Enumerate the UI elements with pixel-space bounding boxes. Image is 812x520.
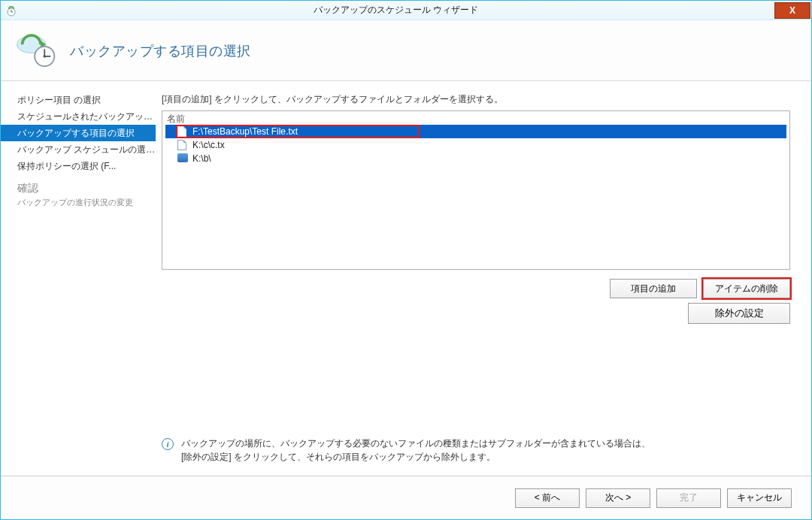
instruction-text: [項目の追加] をクリックして、バックアップするファイルとフォルダーを選択する。 bbox=[162, 93, 790, 106]
step-select-items[interactable]: バックアップする項目の選択 bbox=[1, 125, 156, 141]
info-block: i バックアップの場所に、バックアップする必要のないファイルの種類またはサブフォ… bbox=[162, 437, 790, 464]
step-policy-items[interactable]: ポリシー項目 の選択 bbox=[1, 92, 156, 108]
wizard-window: バックアップのスケジュール ウィザード X バックアップする項目の選択 ポリシー… bbox=[0, 0, 812, 520]
list-row-selected[interactable]: F:\TestBackup\Test File.txt bbox=[165, 125, 786, 138]
list-body: F:\TestBackup\Test File.txt K:\c\c.tx K:… bbox=[165, 125, 786, 266]
close-button[interactable]: X bbox=[774, 2, 810, 19]
window-title: バックアップのスケジュール ウィザード bbox=[17, 4, 774, 17]
wizard-header: バックアップする項目の選択 bbox=[1, 21, 811, 81]
list-row-path: K:\c\c.tx bbox=[192, 140, 225, 150]
list-row[interactable]: K:\c\c.tx bbox=[165, 138, 786, 152]
info-text: バックアップの場所に、バックアップする必要のないファイルの種類またはサブフォルダ… bbox=[181, 437, 650, 464]
add-items-button[interactable]: 項目の追加 bbox=[610, 279, 697, 298]
mid-area: ポリシー項目 の選択 スケジュールされたバックアップを... バックアップする項… bbox=[1, 81, 811, 476]
cancel-button[interactable]: キャンセル bbox=[727, 488, 792, 508]
wizard-steps-sidebar: ポリシー項目 の選択 スケジュールされたバックアップを... バックアップする項… bbox=[1, 81, 156, 476]
remove-items-button[interactable]: アイテムの削除 bbox=[703, 279, 790, 298]
file-icon bbox=[177, 126, 189, 137]
server-icon bbox=[177, 153, 189, 164]
list-row[interactable]: K:\b\ bbox=[165, 152, 786, 165]
step-confirm-group: 確認 バックアップの進行状況の変更 bbox=[1, 182, 156, 208]
step-scheduled-backup[interactable]: スケジュールされたバックアップを... bbox=[1, 108, 156, 125]
titlebar: バックアップのスケジュール ウィザード X bbox=[1, 1, 811, 20]
content-area: [項目の追加] をクリックして、バックアップするファイルとフォルダーを選択する。… bbox=[156, 81, 811, 476]
list-row-path: F:\TestBackup\Test File.txt bbox=[192, 126, 298, 137]
window-body: バックアップする項目の選択 ポリシー項目 の選択 スケジュールされたバックアップ… bbox=[1, 20, 811, 519]
item-buttons-row: 項目の追加 アイテムの削除 bbox=[162, 279, 790, 298]
finish-button: 完了 bbox=[656, 488, 721, 508]
back-button[interactable]: < 前へ bbox=[515, 488, 580, 508]
info-icon: i bbox=[162, 438, 174, 450]
items-list[interactable]: 名前 F:\TestBackup\Test File.txt K:\c\c.tx bbox=[162, 110, 790, 270]
page-title: バックアップする項目の選択 bbox=[70, 42, 251, 60]
info-line-1: バックアップの場所に、バックアップする必要のないファイルの種類またはサブフォルダ… bbox=[181, 438, 650, 449]
info-line-2: [除外の設定] をクリックして、それらの項目をバックアップから除外します。 bbox=[181, 452, 495, 462]
wizard-footer: < 前へ 次へ > 完了 キャンセル bbox=[1, 476, 811, 519]
exclusion-settings-button[interactable]: 除外の設定 bbox=[688, 303, 790, 324]
svg-point-6 bbox=[44, 55, 47, 58]
exclusion-button-row: 除外の設定 bbox=[162, 303, 790, 324]
file-icon bbox=[177, 140, 189, 150]
step-select-schedule[interactable]: バックアップ スケジュールの選択 ... bbox=[1, 141, 156, 158]
next-button[interactable]: 次へ > bbox=[586, 488, 650, 508]
list-row-path: K:\b\ bbox=[192, 153, 211, 164]
step-retention-policy[interactable]: 保持ポリシーの選択 (F... bbox=[1, 158, 156, 174]
step-confirm-sub: バックアップの進行状況の変更 bbox=[17, 197, 156, 208]
list-header-name: 名前 bbox=[162, 111, 789, 123]
cloud-backup-icon bbox=[14, 30, 56, 72]
step-confirm-title: 確認 bbox=[17, 182, 156, 195]
app-icon bbox=[5, 5, 17, 17]
